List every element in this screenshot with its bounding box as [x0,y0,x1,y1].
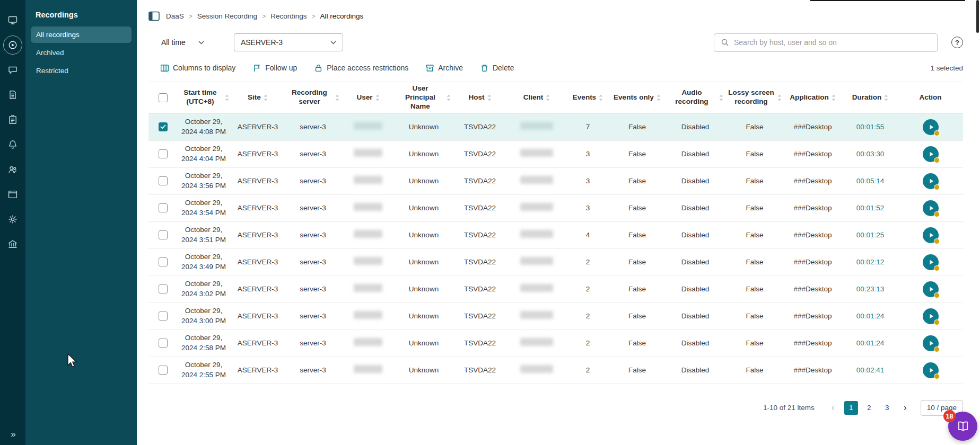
duration-link[interactable]: 00:01:24 [856,312,885,320]
gear-icon[interactable] [3,210,22,229]
page-button-1[interactable]: 1 [844,401,858,415]
table-row[interactable]: October 29,2024 3:00 PMASERVER-3server-3… [148,302,963,330]
play-recording-button[interactable] [923,146,939,162]
next-page-button[interactable]: › [898,401,912,415]
table-row[interactable]: October 29,2024 2:58 PMASERVER-3server-3… [148,330,963,357]
assistant-button[interactable]: 18 [948,412,977,441]
play-recording-button[interactable] [923,362,939,378]
sort-icon[interactable] [657,94,661,101]
sort-icon[interactable] [719,94,723,101]
play-recording-button[interactable] [923,308,939,324]
notifications-icon[interactable] [3,135,22,154]
table-row[interactable]: October 29,2024 3:02 PMASERVER-3server-3… [148,275,963,302]
sort-icon[interactable] [777,94,782,101]
column-header-start-time-utc-8[interactable]: Start time (UTC+8) [177,82,230,114]
duration-link[interactable]: 00:01:55 [856,123,885,131]
duration-link[interactable]: 00:01:25 [856,231,885,239]
identity-icon[interactable] [3,160,22,179]
search-input[interactable] [734,38,931,47]
duration-link[interactable]: 00:23:13 [856,285,885,293]
play-recording-button[interactable] [923,119,939,135]
page-button-2[interactable]: 2 [862,401,876,415]
table-row[interactable]: October 29,2024 3:49 PMASERVER-3server-3… [148,248,963,275]
breadcrumb-recordings[interactable]: Recordings [270,12,307,20]
sort-icon[interactable] [264,94,268,101]
table-row[interactable]: October 29,2024 4:04 PMASERVER-3server-3… [148,140,963,167]
row-checkbox[interactable] [159,284,168,293]
play-recording-button[interactable] [923,281,939,297]
page-button-3[interactable]: 3 [880,401,894,415]
duration-link[interactable]: 00:01:24 [856,339,885,347]
duration-link[interactable]: 00:02:41 [856,366,885,374]
column-header-audio-recording[interactable]: Audio recording [664,82,727,114]
time-range-dropdown[interactable]: All time [161,38,204,47]
table-row[interactable]: October 29,2024 2:55 PMASERVER-3server-3… [148,357,963,384]
table-row[interactable]: October 29,2024 3:51 PMASERVER-3server-3… [148,221,963,248]
row-checkbox[interactable] [159,122,168,131]
sort-icon[interactable] [225,94,229,101]
scrollbar-thumb[interactable] [976,0,979,33]
sort-icon[interactable] [487,94,492,101]
play-recording-button[interactable] [923,227,939,243]
workspace-icon[interactable] [3,185,22,204]
play-recording-button[interactable] [923,173,939,189]
sort-icon[interactable] [335,94,339,101]
row-checkbox[interactable] [159,312,168,321]
breadcrumb-daas[interactable]: DaaS [166,12,184,20]
support-icon[interactable] [3,60,22,79]
help-button[interactable]: ? [951,37,963,48]
prev-page-button[interactable]: ‹ [826,401,840,415]
table-row[interactable]: October 29,2024 4:08 PMASERVER-3server-3… [148,113,963,140]
columns-to-display-button[interactable]: Columns to display [160,64,235,73]
row-checkbox[interactable] [159,230,168,239]
duration-link[interactable]: 00:05:14 [856,177,885,185]
sidebar-item-all-recordings[interactable]: All recordings [31,26,132,43]
column-header-user[interactable]: User [340,82,396,114]
reports-icon[interactable] [3,110,22,129]
breadcrumb-session-recording[interactable]: Session Recording [197,12,257,20]
column-header-user-principal-name[interactable]: User Principal Name [396,82,452,114]
column-header-events[interactable]: Events [565,82,610,114]
home-icon[interactable] [3,11,22,30]
sidebar-toggle-icon[interactable] [148,11,160,21]
sort-icon[interactable] [375,94,380,101]
column-header-recording-server[interactable]: Recording server [285,82,340,114]
search-box[interactable] [714,33,938,52]
row-checkbox[interactable] [159,339,168,348]
sort-icon[interactable] [599,94,603,101]
row-checkbox[interactable] [159,176,168,185]
duration-link[interactable]: 00:01:52 [856,204,885,212]
sort-icon[interactable] [884,94,888,101]
row-checkbox[interactable] [159,203,168,212]
duration-link[interactable]: 00:02:12 [856,258,885,266]
column-header-application[interactable]: Application [783,82,843,114]
table-row[interactable]: October 29,2024 3:54 PMASERVER-3server-3… [148,194,963,221]
sidebar-item-restricted[interactable]: Restricted [31,63,132,79]
session-recording-icon[interactable] [3,35,22,55]
sidebar-item-archived[interactable]: Archived [31,44,132,61]
column-header-site[interactable]: Site [230,82,285,114]
licensing-icon[interactable] [3,235,22,254]
column-header-host[interactable]: Host [452,82,508,114]
server-filter-select[interactable]: ASERVER-3 [234,33,343,51]
archive-button[interactable]: Archive [425,64,463,73]
row-checkbox[interactable] [159,149,168,158]
sort-icon[interactable] [447,94,451,101]
row-checkbox[interactable] [159,366,168,375]
logs-icon[interactable] [3,85,22,104]
play-recording-button[interactable] [923,335,939,351]
play-recording-button[interactable] [923,200,939,216]
column-header-lossy-screen-recording[interactable]: Lossy screen recording [727,82,783,114]
select-all-checkbox[interactable] [159,93,168,102]
duration-link[interactable]: 00:03:30 [856,150,885,158]
table-row[interactable]: October 29,2024 3:56 PMASERVER-3server-3… [148,167,963,194]
column-header-duration[interactable]: Duration [843,82,898,114]
expand-sidebar-button[interactable]: » [0,429,25,440]
column-header-events-only[interactable]: Events only [610,82,664,114]
row-checkbox[interactable] [159,257,168,266]
column-header-client[interactable]: Client [508,82,565,114]
play-recording-button[interactable] [923,254,939,270]
sort-icon[interactable] [832,94,836,101]
follow-up-button[interactable]: Follow up [252,64,297,73]
place-access-restrictions-button[interactable]: Place access restrictions [314,64,408,73]
